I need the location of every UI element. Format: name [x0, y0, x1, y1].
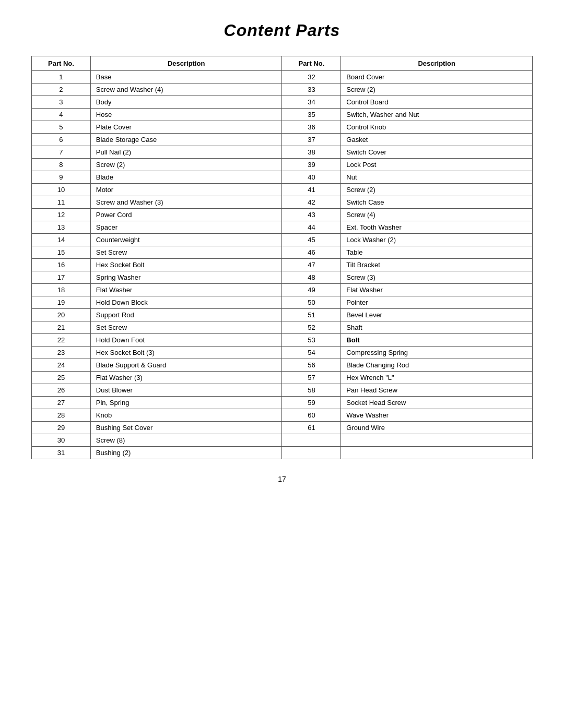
left-description: Screw and Washer (4) [90, 83, 282, 96]
left-description: Dust Blower [90, 384, 282, 397]
left-part-no: 11 [32, 196, 91, 209]
table-row: 31Bushing (2) [32, 447, 533, 459]
right-part-no: 56 [282, 359, 341, 372]
left-description: Hex Socket Bolt [90, 259, 282, 271]
left-description: Flat Washer [90, 284, 282, 296]
right-part-no: 48 [282, 271, 341, 284]
right-description: Pan Head Screw [341, 384, 533, 397]
left-part-no: 27 [32, 397, 91, 409]
right-part-no: 45 [282, 234, 341, 246]
table-row: 21Set Screw52Shaft [32, 321, 533, 334]
right-part-no: 41 [282, 184, 341, 196]
right-part-no: 57 [282, 372, 341, 384]
right-description: Board Cover [341, 71, 533, 83]
header-left-desc: Description [90, 56, 282, 71]
table-header-row: Part No. Description Part No. Descriptio… [32, 56, 533, 71]
right-description: Shaft [341, 321, 533, 334]
left-part-no: 8 [32, 159, 91, 171]
right-description: Table [341, 246, 533, 259]
right-description: Flat Washer [341, 284, 533, 296]
left-description: Knob [90, 409, 282, 422]
right-part-no: 54 [282, 347, 341, 359]
left-part-no: 20 [32, 309, 91, 321]
left-description: Screw (2) [90, 159, 282, 171]
left-part-no: 12 [32, 209, 91, 221]
left-description: Plate Cover [90, 121, 282, 134]
right-part-no: 58 [282, 384, 341, 397]
left-part-no: 22 [32, 334, 91, 347]
table-row: 16Hex Socket Bolt47Tilt Bracket [32, 259, 533, 271]
right-description: Pointer [341, 296, 533, 309]
table-row: 12Power Cord43Screw (4) [32, 209, 533, 221]
left-part-no: 5 [32, 121, 91, 134]
right-description: Bevel Lever [341, 309, 533, 321]
table-row: 27Pin, Spring59Socket Head Screw [32, 397, 533, 409]
left-description: Counterweight [90, 234, 282, 246]
left-description: Bushing (2) [90, 447, 282, 459]
right-part-no: 61 [282, 422, 341, 434]
left-part-no: 10 [32, 184, 91, 196]
table-row: 19Hold Down Block50Pointer [32, 296, 533, 309]
right-description: Gasket [341, 134, 533, 146]
right-description: Control Board [341, 96, 533, 109]
footer: 17 [31, 475, 533, 483]
left-part-no: 1 [32, 71, 91, 83]
right-description: Wave Washer [341, 409, 533, 422]
right-description: Screw (3) [341, 271, 533, 284]
right-part-no: 53 [282, 334, 341, 347]
table-row: 22Hold Down Foot53Bolt [32, 334, 533, 347]
left-part-no: 24 [32, 359, 91, 372]
left-part-no: 31 [32, 447, 91, 459]
left-part-no: 16 [32, 259, 91, 271]
right-part-no: 39 [282, 159, 341, 171]
right-description: Tilt Bracket [341, 259, 533, 271]
right-description [341, 434, 533, 447]
table-row: 28Knob60Wave Washer [32, 409, 533, 422]
table-row: 3Body34Control Board [32, 96, 533, 109]
left-description: Blade [90, 171, 282, 184]
left-part-no: 4 [32, 109, 91, 121]
right-description: Switch Cover [341, 146, 533, 159]
right-part-no: 38 [282, 146, 341, 159]
right-description: Screw (2) [341, 184, 533, 196]
left-part-no: 29 [32, 422, 91, 434]
right-description: Bolt [341, 334, 533, 347]
left-description: Set Screw [90, 246, 282, 259]
table-row: 20Support Rod51Bevel Lever [32, 309, 533, 321]
right-part-no: 37 [282, 134, 341, 146]
right-description: Socket Head Screw [341, 397, 533, 409]
right-part-no [282, 447, 341, 459]
right-description: Screw (2) [341, 83, 533, 96]
right-description: Blade Changing Rod [341, 359, 533, 372]
right-part-no: 46 [282, 246, 341, 259]
left-part-no: 30 [32, 434, 91, 447]
right-part-no: 49 [282, 284, 341, 296]
left-description: Pull Nail (2) [90, 146, 282, 159]
left-description: Screw and Washer (3) [90, 196, 282, 209]
header-right-desc: Description [341, 56, 533, 71]
table-row: 7Pull Nail (2)38Switch Cover [32, 146, 533, 159]
right-description: Lock Post [341, 159, 533, 171]
left-part-no: 25 [32, 372, 91, 384]
right-part-no: 43 [282, 209, 341, 221]
left-part-no: 6 [32, 134, 91, 146]
page-title: Content Parts [31, 21, 533, 40]
left-description: Support Rod [90, 309, 282, 321]
table-row: 2Screw and Washer (4)33Screw (2) [32, 83, 533, 96]
left-part-no: 26 [32, 384, 91, 397]
left-description: Body [90, 96, 282, 109]
table-row: 30Screw (8) [32, 434, 533, 447]
table-row: 24Blade Support & Guard56Blade Changing … [32, 359, 533, 372]
page-number: 17 [278, 475, 286, 483]
left-description: Blade Storage Case [90, 134, 282, 146]
right-description: Control Knob [341, 121, 533, 134]
table-row: 18Flat Washer49Flat Washer [32, 284, 533, 296]
right-part-no: 32 [282, 71, 341, 83]
table-row: 29Bushing Set Cover61Ground Wire [32, 422, 533, 434]
left-description: Spring Washer [90, 271, 282, 284]
right-description: Switch Case [341, 196, 533, 209]
table-row: 4Hose35Switch, Washer and Nut [32, 109, 533, 121]
table-row: 11Screw and Washer (3)42Switch Case [32, 196, 533, 209]
left-part-no: 21 [32, 321, 91, 334]
left-description: Motor [90, 184, 282, 196]
